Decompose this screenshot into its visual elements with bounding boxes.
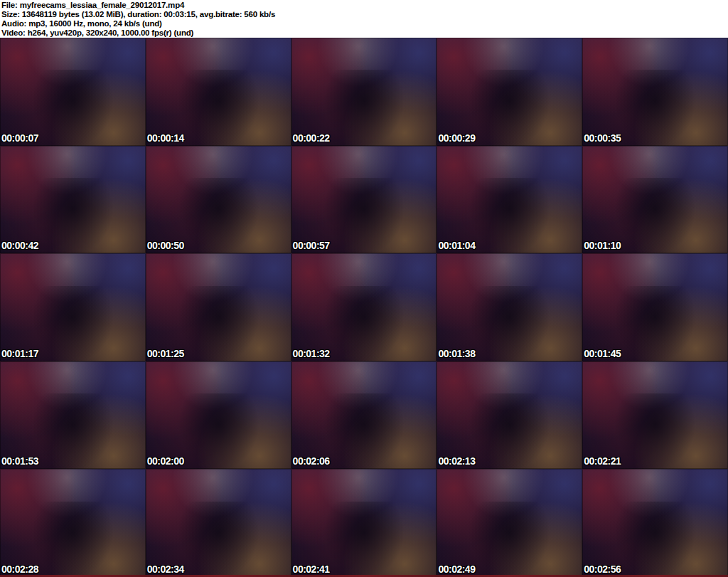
thumbnail-image-placeholder bbox=[0, 253, 146, 361]
video-thumbnail: 00:00:07 bbox=[0, 38, 146, 146]
video-thumbnail: 00:00:22 bbox=[291, 38, 437, 146]
thumbnail-image-placeholder bbox=[437, 469, 582, 577]
timestamp-overlay: 00:00:57 bbox=[293, 240, 330, 251]
timestamp-overlay: 00:02:21 bbox=[584, 455, 621, 467]
video-info-line: Video: h264, yuv420p, 320x240, 1000.00 f… bbox=[1, 28, 728, 38]
thumbnail-image-placeholder bbox=[291, 469, 437, 577]
thumbnail-image-placeholder bbox=[146, 146, 291, 254]
thumbnail-image-placeholder bbox=[146, 253, 291, 361]
timestamp-overlay: 00:00:29 bbox=[438, 132, 475, 144]
video-thumbnail: 00:00:42 bbox=[0, 146, 146, 254]
thumbnail-image-placeholder bbox=[437, 146, 582, 254]
thumbnail-image-placeholder bbox=[437, 361, 582, 470]
video-thumbnail: 00:02:13 bbox=[437, 361, 582, 470]
timestamp-overlay: 00:01:38 bbox=[438, 348, 475, 359]
thumbnail-image-placeholder bbox=[146, 38, 291, 146]
timestamp-overlay: 00:02:00 bbox=[147, 455, 184, 467]
timestamp-overlay: 00:02:13 bbox=[438, 455, 475, 467]
video-thumbnail: 00:00:14 bbox=[146, 38, 291, 146]
timestamp-overlay: 00:01:45 bbox=[584, 348, 621, 359]
video-thumbnail: 00:01:25 bbox=[146, 253, 291, 361]
timestamp-overlay: 00:01:04 bbox=[438, 240, 475, 251]
thumbnail-image-placeholder bbox=[146, 361, 291, 470]
video-thumbnail: 00:01:17 bbox=[0, 253, 146, 361]
timestamp-overlay: 00:01:17 bbox=[1, 348, 38, 359]
timestamp-overlay: 00:02:06 bbox=[293, 455, 330, 467]
thumbnail-image-placeholder bbox=[291, 38, 437, 146]
video-thumbnail: 00:01:04 bbox=[437, 146, 582, 254]
video-thumbnail: 00:02:06 bbox=[291, 361, 437, 470]
audio-info-line: Audio: mp3, 16000 Hz, mono, 24 kb/s (und… bbox=[1, 19, 728, 28]
thumbnail-image-placeholder bbox=[146, 469, 291, 577]
timestamp-overlay: 00:02:49 bbox=[438, 563, 475, 575]
video-thumbnail: 00:02:28 bbox=[0, 469, 146, 577]
timestamp-overlay: 00:00:42 bbox=[1, 240, 38, 251]
timestamp-overlay: 00:02:34 bbox=[147, 563, 184, 575]
timestamp-overlay: 00:01:25 bbox=[147, 348, 184, 359]
video-thumbnail: 00:00:57 bbox=[291, 146, 437, 254]
timestamp-overlay: 00:01:53 bbox=[1, 455, 38, 467]
thumbnail-image-placeholder bbox=[291, 253, 437, 361]
video-thumbnail: 00:01:10 bbox=[582, 146, 728, 254]
timestamp-overlay: 00:00:07 bbox=[1, 132, 38, 144]
video-thumbnail: 00:02:00 bbox=[146, 361, 291, 470]
size-info-line: Size: 13648119 bytes (13.02 MiB), durati… bbox=[1, 10, 728, 19]
thumbnail-image-placeholder bbox=[0, 38, 146, 146]
timestamp-overlay: 00:01:32 bbox=[293, 348, 330, 359]
thumbnail-image-placeholder bbox=[582, 38, 728, 146]
thumbnail-image-placeholder bbox=[582, 469, 728, 577]
thumbnail-image-placeholder bbox=[291, 361, 437, 470]
video-thumbnail: 00:01:38 bbox=[437, 253, 582, 361]
thumbnail-grid: 00:00:07 00:00:14 00:00:22 00:00:29 00:0… bbox=[0, 38, 728, 577]
file-info-line: File: myfreecams_lessiaa_female_29012017… bbox=[1, 1, 728, 10]
timestamp-overlay: 00:02:28 bbox=[1, 563, 38, 575]
timestamp-overlay: 00:00:22 bbox=[293, 132, 330, 144]
video-thumbnail: 00:01:45 bbox=[582, 253, 728, 361]
timestamp-overlay: 00:02:56 bbox=[584, 563, 621, 575]
thumbnail-image-placeholder bbox=[437, 253, 582, 361]
video-thumbnail: 00:02:49 bbox=[437, 469, 582, 577]
thumbnail-image-placeholder bbox=[0, 469, 146, 577]
thumbnail-image-placeholder bbox=[582, 146, 728, 254]
metadata-header: File: myfreecams_lessiaa_female_29012017… bbox=[0, 0, 728, 38]
timestamp-overlay: 00:00:35 bbox=[584, 132, 621, 144]
thumbnail-image-placeholder bbox=[0, 361, 146, 470]
video-thumbnail: 00:01:32 bbox=[291, 253, 437, 361]
video-thumbnail: 00:00:50 bbox=[146, 146, 291, 254]
video-thumbnail: 00:02:41 bbox=[291, 469, 437, 577]
timestamp-overlay: 00:01:10 bbox=[584, 240, 621, 251]
video-thumbnail: 00:02:56 bbox=[582, 469, 728, 577]
video-thumbnail: 00:02:21 bbox=[582, 361, 728, 470]
thumbnail-image-placeholder bbox=[291, 146, 437, 254]
thumbnail-image-placeholder bbox=[582, 253, 728, 361]
video-thumbnail: 00:00:29 bbox=[437, 38, 582, 146]
video-thumbnail: 00:01:53 bbox=[0, 361, 146, 470]
timestamp-overlay: 00:00:14 bbox=[147, 132, 184, 144]
thumbnail-image-placeholder bbox=[0, 146, 146, 254]
timestamp-overlay: 00:02:41 bbox=[293, 563, 330, 575]
thumbnail-image-placeholder bbox=[582, 361, 728, 470]
video-thumbnail: 00:00:35 bbox=[582, 38, 728, 146]
contact-sheet: { "header": { "lines": [ "File: myfreeca… bbox=[0, 0, 728, 577]
timestamp-overlay: 00:00:50 bbox=[147, 240, 184, 251]
video-thumbnail: 00:02:34 bbox=[146, 469, 291, 577]
thumbnail-image-placeholder bbox=[437, 38, 582, 146]
